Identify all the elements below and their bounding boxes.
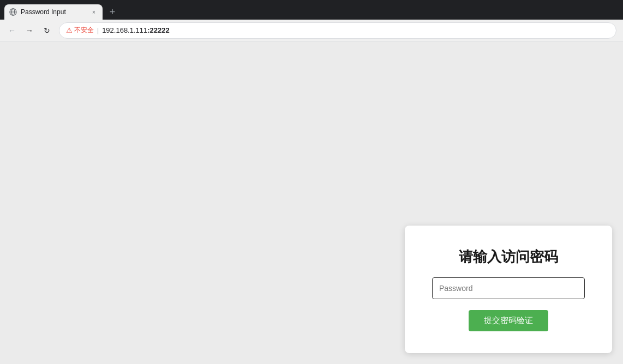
tab-close-button[interactable]: × xyxy=(89,8,98,16)
submit-button[interactable]: 提交密码验证 xyxy=(469,310,548,331)
tab-title: Password Input xyxy=(21,8,86,16)
password-input[interactable] xyxy=(432,277,585,299)
tab-bar: Password Input × + xyxy=(0,0,623,20)
page-content: 请输入访问密码 提交密码验证 xyxy=(0,41,623,364)
security-warning: ⚠ 不安全 xyxy=(66,26,94,35)
tab-favicon-icon xyxy=(9,8,17,16)
url-host: 192.168.1.111 xyxy=(102,26,147,34)
active-tab[interactable]: Password Input × xyxy=(4,4,103,20)
address-bar: ← → ↻ ⚠ 不安全 | 192.168.1.111:22222 xyxy=(0,20,623,41)
url-text: 192.168.1.111:22222 xyxy=(102,26,170,34)
reload-button[interactable]: ↻ xyxy=(39,23,55,38)
card-title: 请输入访问密码 xyxy=(459,247,558,266)
new-tab-button[interactable]: + xyxy=(105,4,120,20)
warning-icon: ⚠ xyxy=(66,26,73,34)
url-separator: | xyxy=(97,27,99,34)
url-port: :22222 xyxy=(147,26,169,34)
browser-chrome: Password Input × + ← → ↻ ⚠ 不安全 | 192.168… xyxy=(0,0,623,41)
password-card: 请输入访问密码 提交密码验证 xyxy=(405,226,612,353)
security-label: 不安全 xyxy=(74,26,94,35)
back-button[interactable]: ← xyxy=(4,23,20,38)
forward-button[interactable]: → xyxy=(22,23,37,38)
url-bar[interactable]: ⚠ 不安全 | 192.168.1.111:22222 xyxy=(59,22,616,39)
